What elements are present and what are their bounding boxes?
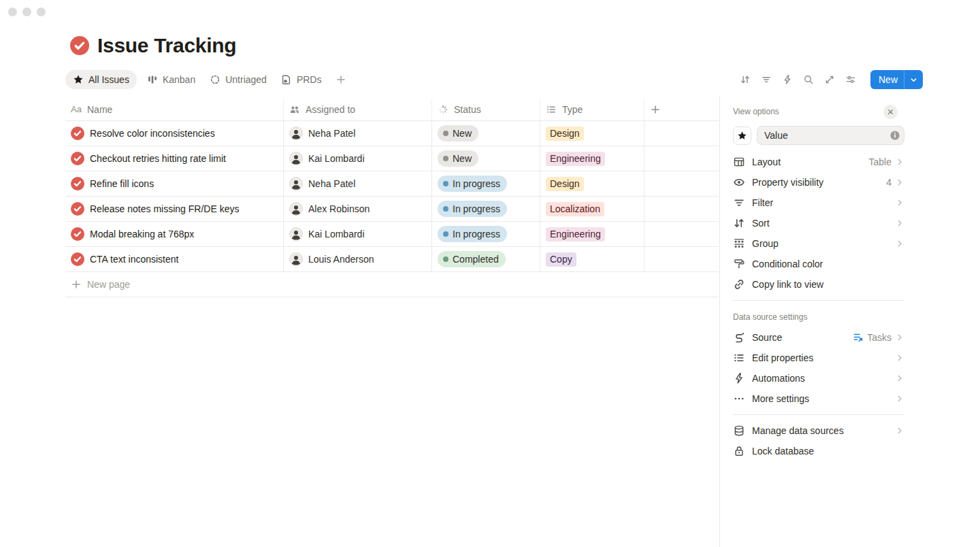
panel-item-lock-database[interactable]: Lock database (733, 441, 904, 461)
type-tag[interactable]: Engineering (546, 152, 605, 166)
name-cell[interactable]: CTA text inconsistent (65, 247, 284, 271)
tab-kanban[interactable]: Kanban (143, 70, 199, 89)
panel-item-property-visibility[interactable]: Property visibility4 (733, 172, 904, 193)
name-cell[interactable]: Release notes missing FR/DE keys (65, 197, 284, 221)
view-options-panel: View options LayoutTableProperty visibil… (719, 95, 980, 547)
assignee-cell[interactable]: Neha Patel (284, 121, 432, 146)
assignee-cell[interactable]: Louis Anderson (284, 247, 432, 271)
panel-item-group[interactable]: Group (733, 233, 904, 254)
type-tag[interactable]: Design (546, 177, 584, 191)
window-dot[interactable] (22, 7, 31, 16)
tab-all-issues[interactable]: All Issues (65, 70, 137, 89)
column-header-name[interactable]: AaName (65, 99, 284, 120)
chevron-right-icon (895, 198, 904, 208)
filter-button[interactable] (760, 73, 772, 86)
name-cell[interactable]: Refine fill icons (65, 171, 284, 196)
window-dot[interactable] (8, 7, 17, 16)
new-button-label[interactable]: New (870, 70, 904, 89)
assignee-cell[interactable]: Kai Lombardi (284, 222, 432, 246)
type-cell[interactable]: Copy (540, 247, 644, 271)
type-cell[interactable]: Design (540, 121, 644, 146)
window-dot[interactable] (37, 7, 46, 16)
type-tag[interactable]: Copy (546, 252, 576, 267)
name-cell[interactable]: Checkout retries hitting rate limit (65, 146, 284, 171)
check-circle-icon (71, 152, 84, 165)
view-name-input[interactable] (757, 126, 904, 145)
issues-table: AaNameAssigned toStatusTypeResolve color… (65, 99, 719, 297)
type-cell[interactable]: Engineering (540, 222, 644, 246)
assignee-cell[interactable]: Alex Robinson (284, 197, 432, 221)
panel-item-filter[interactable]: Filter (733, 193, 904, 213)
tab-untriaged[interactable]: Untriaged (206, 70, 271, 89)
favorite-star-button[interactable] (733, 127, 751, 145)
status-badge[interactable]: New (438, 125, 478, 142)
column-header-status[interactable]: Status (432, 99, 540, 120)
expand-button[interactable] (823, 73, 836, 86)
column-label: Type (562, 104, 583, 115)
chevron-right-icon (895, 426, 904, 435)
tab-prds[interactable]: PRDs (277, 70, 326, 89)
panel-item-sort[interactable]: Sort (733, 213, 904, 233)
view-tabs: All IssuesKanbanUntriagedPRDs (65, 70, 350, 89)
assignee-cell[interactable]: Neha Patel (284, 171, 432, 196)
table-row[interactable]: Checkout retries hitting rate limitKai L… (65, 146, 719, 171)
column-header-type[interactable]: Type (540, 99, 644, 120)
bolt-button[interactable] (781, 73, 794, 86)
table-row[interactable]: Refine fill iconsNeha PatelIn progressDe… (65, 171, 719, 197)
name-cell[interactable]: Modal breaking at 768px (65, 222, 284, 246)
panel-item-layout[interactable]: LayoutTable (733, 152, 904, 172)
status-cell[interactable]: In progress (432, 222, 540, 246)
type-tag[interactable]: Localization (546, 202, 604, 216)
panel-item-conditional-color[interactable]: Conditional color (733, 254, 904, 274)
status-badge[interactable]: In progress (438, 226, 507, 242)
sort-button[interactable] (739, 73, 751, 86)
search-button[interactable] (802, 73, 815, 86)
assignee-name: Neha Patel (308, 178, 355, 189)
view-options-content: View options LayoutTableProperty visibil… (733, 104, 904, 461)
panel-item-edit-properties[interactable]: Edit properties (733, 348, 904, 368)
type-cell[interactable]: Localization (540, 197, 644, 221)
new-button[interactable]: New (870, 70, 923, 89)
name-cell[interactable]: Resolve color inconsistencies (65, 121, 284, 146)
type-tag[interactable]: Design (546, 127, 584, 141)
panel-item-label: Lock database (752, 446, 904, 457)
type-cell[interactable]: Engineering (540, 146, 644, 171)
status-badge[interactable]: In progress (438, 176, 507, 192)
issue-title: Checkout retries hitting rate limit (90, 153, 226, 164)
table-row[interactable]: Resolve color inconsistenciesNeha PatelN… (65, 121, 719, 146)
status-cell[interactable]: In progress (432, 197, 540, 221)
column-header-add[interactable] (644, 99, 719, 120)
status-cell[interactable]: In progress (432, 171, 540, 196)
status-badge[interactable]: In progress (438, 201, 507, 217)
panel-item-automations[interactable]: Automations (733, 368, 904, 388)
status-badge[interactable]: New (438, 150, 478, 167)
close-button[interactable] (883, 105, 898, 119)
info-icon[interactable] (889, 130, 900, 141)
panel-item-copy-link-to-view[interactable]: Copy link to view (733, 274, 904, 295)
new-button-dropdown[interactable] (904, 70, 923, 89)
table-row[interactable]: CTA text inconsistentLouis AndersonCompl… (65, 247, 719, 272)
add-view-button[interactable] (331, 70, 350, 89)
status-cell[interactable]: New (432, 121, 540, 146)
column-header-assigned-to[interactable]: Assigned to (284, 99, 432, 120)
type-tag[interactable]: Engineering (546, 227, 605, 242)
status-badge[interactable]: Completed (438, 251, 506, 267)
type-cell[interactable]: Design (540, 171, 644, 196)
assignee-cell[interactable]: Kai Lombardi (284, 146, 432, 171)
data-source-settings-list: SourceTasksEdit propertiesAutomationsMor… (733, 327, 904, 409)
star-icon (73, 74, 84, 85)
panel-item-more-settings[interactable]: More settings (733, 388, 904, 409)
panel-item-manage-data-sources[interactable]: Manage data sources (733, 420, 904, 441)
expand-icon (824, 74, 835, 85)
table-row[interactable]: Release notes missing FR/DE keysAlex Rob… (65, 197, 719, 222)
sliders-button[interactable] (845, 73, 857, 86)
table-row[interactable]: Modal breaking at 768pxKai LombardiIn pr… (65, 222, 719, 247)
bolt-icon (782, 74, 793, 85)
panel-item-value: 4 (886, 177, 892, 188)
new-page-row[interactable]: New page (65, 272, 719, 297)
status-cell[interactable]: Completed (432, 247, 540, 271)
status-cell[interactable]: New (432, 146, 540, 171)
status-dot (443, 206, 448, 212)
panel-item-source[interactable]: SourceTasks (733, 327, 904, 348)
panel-item-label: Sort (752, 218, 892, 229)
